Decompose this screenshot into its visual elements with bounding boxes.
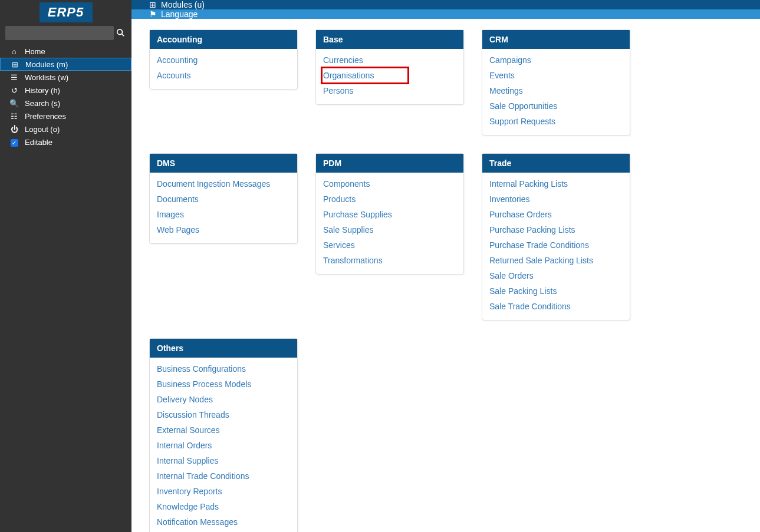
module-link-persons[interactable]: Persons <box>323 83 456 98</box>
main: ⊞ Modules (u) ⚑ Language AccountingAccou… <box>131 0 760 532</box>
module-card-others: OthersBusiness ConfigurationsBusiness Pr… <box>149 338 298 532</box>
puzzle-icon: ⊞ <box>149 0 161 9</box>
module-link-sale-supplies[interactable]: Sale Supplies <box>323 222 456 237</box>
topbar-modules-label: Modules (u) <box>161 0 205 9</box>
module-link-images[interactable]: Images <box>157 207 290 222</box>
module-link-support-requests[interactable]: Support Requests <box>489 114 623 129</box>
module-link-sale-orders[interactable]: Sale Orders <box>489 268 623 283</box>
sidebar-item-preferences[interactable]: ☷Preferences <box>0 110 131 123</box>
module-link-knowledge-pads[interactable]: Knowledge Pads <box>157 499 290 514</box>
sidebar-item-worklists-w-[interactable]: ☰Worklists (w) <box>0 71 131 84</box>
module-link-document-ingestion-messages[interactable]: Document Ingestion Messages <box>157 176 290 191</box>
sidebar-item-label: History (h) <box>25 86 60 95</box>
module-link-delivery-nodes[interactable]: Delivery Nodes <box>157 392 290 407</box>
module-link-campaigns[interactable]: Campaigns <box>489 52 623 68</box>
sidebar-item-modules-m-[interactable]: ⊞Modules (m) <box>0 58 131 71</box>
sidebar-item-label: Worklists (w) <box>25 73 68 82</box>
search-icon: 🔍 <box>7 99 21 108</box>
module-card-pdm: PDMComponentsProductsPurchase SuppliesSa… <box>315 153 464 275</box>
module-link-sale-packing-lists[interactable]: Sale Packing Lists <box>489 283 623 299</box>
module-link-products[interactable]: Products <box>323 191 456 207</box>
module-link-discussion-threads[interactable]: Discussion Threads <box>157 407 290 422</box>
logo[interactable]: ERP5 <box>40 2 93 22</box>
topbar-language[interactable]: ⚑ Language <box>131 9 760 19</box>
card-body: CampaignsEventsMeetingsSale Opportunitie… <box>482 49 630 135</box>
module-link-currencies[interactable]: Currencies <box>323 52 456 68</box>
module-link-purchase-supplies[interactable]: Purchase Supplies <box>323 207 456 222</box>
sidebar-nav: ⌂Home⊞Modules (m)☰Worklists (w)↺History … <box>0 45 131 148</box>
card-body: Document Ingestion MessagesDocumentsImag… <box>150 173 297 243</box>
module-link-notification-messages[interactable]: Notification Messages <box>157 514 290 530</box>
sidebar-item-home[interactable]: ⌂Home <box>0 45 131 58</box>
puzzle-icon: ⊞ <box>8 60 22 69</box>
card-header: Accounting <box>150 30 297 49</box>
module-link-purchase-orders[interactable]: Purchase Orders <box>489 207 623 222</box>
sidebar-item-logout-o-[interactable]: ⏻Logout (o) <box>0 123 131 136</box>
module-card-base: BaseCurrenciesOrganisationsPersons <box>315 29 464 105</box>
card-body: CurrenciesOrganisationsPersons <box>316 49 463 104</box>
module-link-sale-opportunities[interactable]: Sale Opportunities <box>489 98 623 114</box>
topbar-language-label: Language <box>161 9 198 19</box>
power-icon: ⏻ <box>7 125 21 134</box>
module-link-events[interactable]: Events <box>489 68 623 83</box>
svg-point-0 <box>117 29 122 34</box>
module-link-business-process-models[interactable]: Business Process Models <box>157 376 290 392</box>
module-card-dms: DMSDocument Ingestion MessagesDocumentsI… <box>149 153 298 244</box>
search-input[interactable] <box>5 26 114 40</box>
list-icon: ☰ <box>7 73 21 82</box>
sidebar-item-search-s-[interactable]: 🔍Search (s) <box>0 97 131 110</box>
module-link-business-configurations[interactable]: Business Configurations <box>157 361 290 376</box>
module-link-accounts[interactable]: Accounts <box>157 68 290 83</box>
topbar-modules[interactable]: ⊞ Modules (u) <box>131 0 760 9</box>
svg-line-1 <box>121 34 124 36</box>
sidebar-item-history-h-[interactable]: ↺History (h) <box>0 84 131 97</box>
search-icon[interactable] <box>114 28 127 38</box>
sidebar-item-label: Logout (o) <box>25 125 60 134</box>
card-header: PDM <box>316 154 463 173</box>
module-link-meetings[interactable]: Meetings <box>489 83 623 98</box>
module-link-sale-trade-conditions[interactable]: Sale Trade Conditions <box>489 299 623 314</box>
history-icon: ↺ <box>7 86 21 95</box>
module-link-documents[interactable]: Documents <box>157 191 290 207</box>
sidebar-item-label: Home <box>25 47 45 56</box>
module-link-web-pages[interactable]: Web Pages <box>157 222 290 237</box>
sidebar-item-label: Preferences <box>25 112 66 121</box>
module-link-services[interactable]: Services <box>323 237 456 253</box>
search-row <box>5 26 127 40</box>
module-link-inventory-reports[interactable]: Inventory Reports <box>157 484 290 499</box>
module-grid: AccountingAccountingAccountsBaseCurrenci… <box>131 19 760 532</box>
module-link-components[interactable]: Components <box>323 176 456 191</box>
module-link-accounting[interactable]: Accounting <box>157 52 290 68</box>
module-link-external-sources[interactable]: External Sources <box>157 422 290 438</box>
card-body: ComponentsProductsPurchase SuppliesSale … <box>316 173 463 274</box>
module-link-internal-supplies[interactable]: Internal Supplies <box>157 453 290 468</box>
editable-checkbox[interactable]: ✓ <box>11 139 18 147</box>
module-link-purchase-packing-lists[interactable]: Purchase Packing Lists <box>489 222 623 237</box>
sidebar-item-label: Editable <box>25 138 52 147</box>
card-body: Internal Packing ListsInventoriesPurchas… <box>482 173 630 320</box>
module-link-internal-orders[interactable]: Internal Orders <box>157 438 290 453</box>
card-header: Others <box>150 339 297 358</box>
sliders-icon: ☷ <box>7 112 21 121</box>
module-link-returned-sale-packing-lists[interactable]: Returned Sale Packing Lists <box>489 253 623 268</box>
module-link-inventories[interactable]: Inventories <box>489 191 623 207</box>
module-link-organisations[interactable]: Organisations <box>322 68 408 83</box>
card-header: CRM <box>482 30 630 49</box>
module-card-trade: TradeInternal Packing ListsInventoriesPu… <box>482 153 630 320</box>
flag-icon: ⚑ <box>149 9 161 19</box>
module-link-internal-packing-lists[interactable]: Internal Packing Lists <box>489 176 623 191</box>
module-link-internal-trade-conditions[interactable]: Internal Trade Conditions <box>157 468 290 484</box>
card-header: Trade <box>482 154 630 173</box>
sidebar: ERP5 ⌂Home⊞Modules (m)☰Worklists (w)↺His… <box>0 0 131 532</box>
module-card-accounting: AccountingAccountingAccounts <box>149 29 298 90</box>
module-card-crm: CRMCampaignsEventsMeetingsSale Opportuni… <box>482 29 630 136</box>
card-body: AccountingAccounts <box>150 49 297 89</box>
module-link-transformations[interactable]: Transformations <box>323 253 456 268</box>
home-icon: ⌂ <box>7 47 21 56</box>
card-body: Business ConfigurationsBusiness Process … <box>150 358 297 532</box>
module-link-purchase-trade-conditions[interactable]: Purchase Trade Conditions <box>489 237 623 253</box>
card-header: DMS <box>150 154 297 173</box>
sidebar-item-label: Search (s) <box>25 99 60 108</box>
card-header: Base <box>316 30 463 49</box>
sidebar-item-editable[interactable]: ✓Editable <box>0 136 131 148</box>
